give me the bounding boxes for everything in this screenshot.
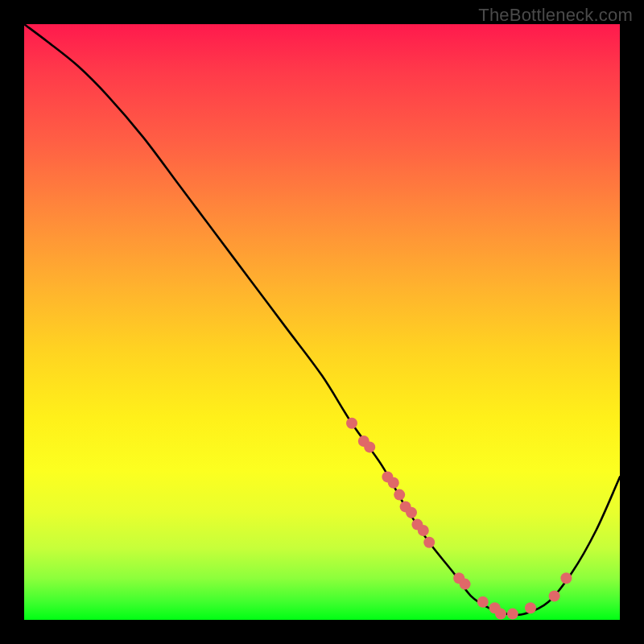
scatter-dot bbox=[549, 590, 560, 601]
watermark-text: TheBottleneck.com bbox=[478, 5, 633, 26]
scatter-dot bbox=[406, 507, 417, 518]
scatter-dot bbox=[560, 572, 572, 584]
scatter-dot bbox=[346, 418, 357, 429]
bottleneck-curve bbox=[24, 24, 620, 615]
scatter-dot bbox=[477, 597, 489, 608]
scatter-dot bbox=[418, 525, 429, 536]
scatter-dot bbox=[423, 537, 435, 548]
scatter-dot bbox=[495, 609, 506, 620]
scatter-dot bbox=[507, 609, 518, 620]
scatter-dot bbox=[394, 489, 405, 501]
scatter-dot bbox=[388, 477, 399, 489]
scatter-dot bbox=[525, 602, 536, 613]
chart-svg bbox=[24, 24, 620, 620]
scatter-dots bbox=[346, 418, 572, 620]
scatter-dot bbox=[460, 579, 471, 590]
chart-frame: TheBottleneck.com bbox=[0, 0, 644, 644]
scatter-dot bbox=[364, 441, 375, 452]
